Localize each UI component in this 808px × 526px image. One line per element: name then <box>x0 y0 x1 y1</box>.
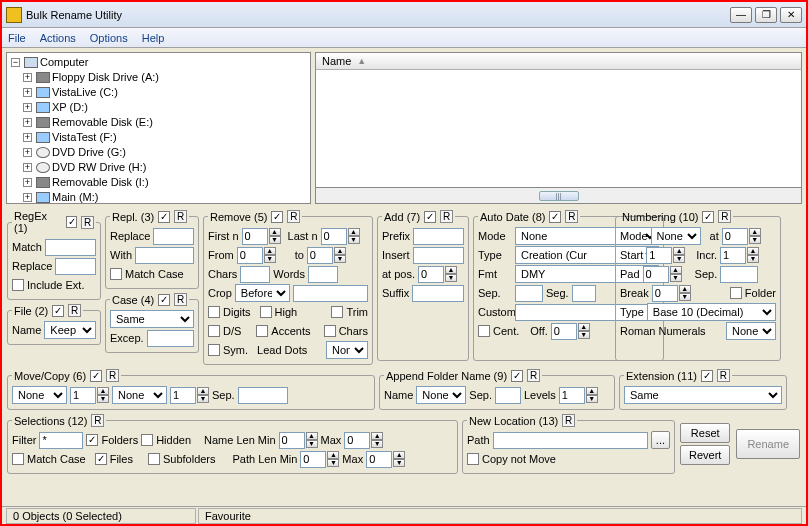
file-name-select[interactable]: Keep <box>44 321 96 339</box>
numbering-incr-input[interactable] <box>720 247 746 264</box>
numbering-reset-button[interactable]: R <box>718 210 731 223</box>
menu-file[interactable]: File <box>8 32 26 44</box>
expand-icon[interactable]: + <box>23 148 32 157</box>
autodate-reset-button[interactable]: R <box>565 210 578 223</box>
newloc-path-input[interactable] <box>493 432 648 449</box>
numbering-break-input[interactable] <box>652 285 678 302</box>
remove-crop-input[interactable] <box>293 285 368 302</box>
ext-select[interactable]: Same <box>624 386 782 404</box>
spin-down-icon[interactable]: ▼ <box>269 236 281 244</box>
ext-reset-button[interactable]: R <box>717 369 730 382</box>
expand-icon[interactable]: + <box>23 133 32 142</box>
selections-namelenmin-input[interactable] <box>279 432 305 449</box>
expand-icon[interactable]: + <box>23 103 32 112</box>
spin-up-icon[interactable]: ▲ <box>269 228 281 236</box>
case-excep-input[interactable] <box>147 330 194 347</box>
movecopy-n2[interactable] <box>170 387 196 404</box>
regex-enable-checkbox[interactable]: ✓ <box>66 216 78 228</box>
autodate-sep-input[interactable] <box>515 285 543 302</box>
selections-matchcase-checkbox[interactable] <box>12 453 24 465</box>
movecopy-reset-button[interactable]: R <box>106 369 119 382</box>
movecopy-sep-input[interactable] <box>238 387 288 404</box>
append-sep-input[interactable] <box>495 387 521 404</box>
movecopy-sel2[interactable]: None <box>112 386 167 404</box>
numbering-enable-checkbox[interactable]: ✓ <box>702 211 714 223</box>
list-body[interactable] <box>315 70 802 188</box>
folder-tree[interactable]: −Computer +Floppy Disk Drive (A:)+VistaL… <box>6 52 311 204</box>
revert-button[interactable]: Revert <box>680 445 730 465</box>
numbering-folder-checkbox[interactable] <box>730 287 742 299</box>
expand-icon[interactable]: + <box>23 178 32 187</box>
tree-item[interactable]: +Main (M:) <box>23 190 308 204</box>
movecopy-enable-checkbox[interactable]: ✓ <box>90 370 102 382</box>
remove-accents-checkbox[interactable] <box>256 325 268 337</box>
newloc-reset-button[interactable]: R <box>562 414 575 427</box>
numbering-start-input[interactable] <box>646 247 672 264</box>
add-insert-input[interactable] <box>413 247 464 264</box>
tree-root-label[interactable]: Computer <box>40 55 88 70</box>
maximize-button[interactable]: ❐ <box>755 7 777 23</box>
remove-words-input[interactable] <box>308 266 338 283</box>
minimize-button[interactable]: — <box>730 7 752 23</box>
append-name-select[interactable]: None <box>416 386 466 404</box>
case-enable-checkbox[interactable]: ✓ <box>158 294 170 306</box>
menu-actions[interactable]: Actions <box>40 32 76 44</box>
file-enable-checkbox[interactable]: ✓ <box>52 305 64 317</box>
regex-include-ext-checkbox[interactable] <box>12 279 24 291</box>
repl-with-input[interactable] <box>135 247 194 264</box>
expand-icon[interactable]: + <box>23 193 32 202</box>
selections-pathlenmin-input[interactable] <box>300 451 326 468</box>
remove-chars-input[interactable] <box>240 266 270 283</box>
reset-button[interactable]: Reset <box>680 423 730 443</box>
tree-item[interactable]: +Removable Disk (E:) <box>23 115 308 130</box>
remove-ds-checkbox[interactable] <box>208 325 220 337</box>
numbering-at-input[interactable] <box>722 228 748 245</box>
expand-icon[interactable]: + <box>23 73 32 82</box>
append-reset-button[interactable]: R <box>527 369 540 382</box>
movecopy-sel1[interactable]: None <box>12 386 67 404</box>
movecopy-n1[interactable] <box>70 387 96 404</box>
remove-trim-checkbox[interactable] <box>331 306 343 318</box>
case-select[interactable]: Same <box>110 310 194 328</box>
numbering-type-select[interactable]: Base 10 (Decimal) <box>647 303 776 321</box>
menu-help[interactable]: Help <box>142 32 165 44</box>
remove-enable-checkbox[interactable]: ✓ <box>271 211 283 223</box>
repl-replace-input[interactable] <box>153 228 194 245</box>
numbering-mode-select[interactable]: None <box>651 227 701 245</box>
remove-from-input[interactable] <box>237 247 263 264</box>
remove-reset-button[interactable]: R <box>287 210 300 223</box>
selections-subfolders-checkbox[interactable] <box>148 453 160 465</box>
rename-button[interactable]: Rename <box>736 429 800 459</box>
remove-firstn-input[interactable] <box>242 228 268 245</box>
newloc-browse-button[interactable]: ... <box>651 431 670 449</box>
tree-item[interactable]: +VistaTest (F:) <box>23 130 308 145</box>
regex-reset-button[interactable]: R <box>81 216 94 229</box>
remove-chars2-checkbox[interactable] <box>324 325 336 337</box>
expand-icon[interactable]: + <box>23 118 32 127</box>
add-atpos-input[interactable] <box>418 266 444 283</box>
selections-filter-input[interactable] <box>39 432 83 449</box>
remove-sym-checkbox[interactable] <box>208 344 220 356</box>
remove-digits-checkbox[interactable] <box>208 306 220 318</box>
numbering-pad-input[interactable] <box>643 266 669 283</box>
selections-pathlenmax-input[interactable] <box>366 451 392 468</box>
regex-replace-input[interactable] <box>55 258 96 275</box>
append-levels-input[interactable] <box>559 387 585 404</box>
add-enable-checkbox[interactable]: ✓ <box>424 211 436 223</box>
repl-enable-checkbox[interactable]: ✓ <box>158 211 170 223</box>
remove-lastn-input[interactable] <box>321 228 347 245</box>
expand-icon[interactable]: + <box>23 163 32 172</box>
horizontal-scrollbar[interactable]: ||| <box>315 188 802 204</box>
numbering-roman-select[interactable]: None <box>726 322 776 340</box>
menu-options[interactable]: Options <box>90 32 128 44</box>
numbering-sep-input[interactable] <box>720 266 758 283</box>
selections-reset-button[interactable]: R <box>91 414 104 427</box>
file-reset-button[interactable]: R <box>68 304 81 317</box>
expand-icon[interactable]: + <box>23 88 32 97</box>
selections-folders-checkbox[interactable]: ✓ <box>86 434 98 446</box>
remove-to-input[interactable] <box>307 247 333 264</box>
tree-item[interactable]: +XP (D:) <box>23 100 308 115</box>
autodate-off-input[interactable] <box>551 323 577 340</box>
selections-files-checkbox[interactable]: ✓ <box>95 453 107 465</box>
selections-namelenmax-input[interactable] <box>344 432 370 449</box>
